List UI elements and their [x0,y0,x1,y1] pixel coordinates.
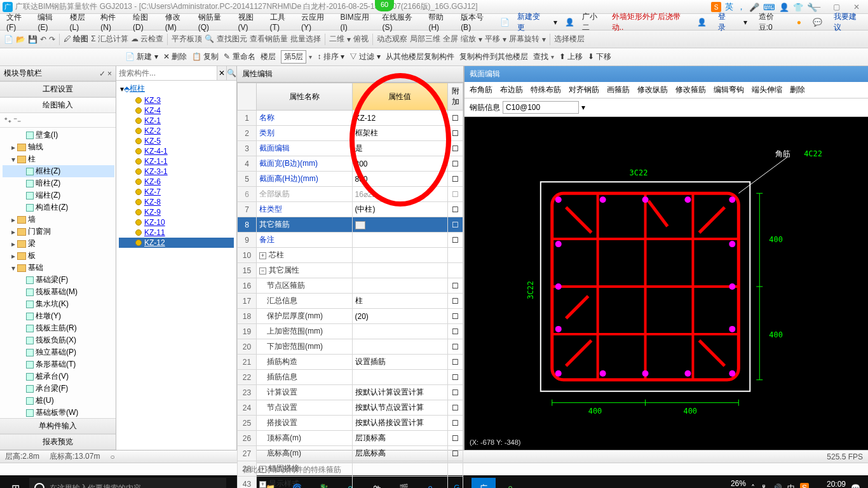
shirt-icon[interactable]: 👕 [793,3,803,12]
kz-item[interactable]: KZ-1 [119,116,234,126]
kz-item[interactable]: KZ-10 [119,217,234,227]
menu-edit[interactable]: 编辑(E) [34,12,65,32]
find-elem-btn[interactable]: 🔍 查找图元 [205,34,247,44]
section-tab[interactable]: 修改箍筋 [675,85,706,95]
login-link[interactable]: 登录 [714,11,736,33]
nav-node[interactable]: 筏板基础(M) [3,286,114,298]
find-btn[interactable]: 查找 [533,51,548,62]
prop-row[interactable]: 5截面高(H边)(mm)800☐ [238,172,463,187]
prop-row[interactable]: 7柱类型(中柱)☐ [238,202,463,217]
app-icon-2[interactable]: 广 [471,478,496,488]
tray-up-icon[interactable]: ˄ [751,484,755,488]
section-tab[interactable]: 画箍筋 [607,85,630,95]
section-tab[interactable]: 删除 [790,85,805,95]
taskbar-search[interactable]: 在这里输入你要搜索的内容 [29,478,226,488]
prop-row[interactable]: 9备注☐ [238,233,463,248]
nav-node[interactable]: 柱墩(Y) [3,310,114,322]
undo-icon[interactable]: ↶ [40,35,46,44]
new-change-link[interactable]: 新建变更 [513,11,550,33]
local3d-btn[interactable]: 局部三维 [410,34,440,44]
prop-row[interactable]: 16节点区箍筋☐ [238,278,463,294]
floor-select[interactable]: 第5层 [281,50,307,64]
kbd-icon[interactable]: ⌨ [763,3,775,12]
nav-node[interactable]: 框柱(Z) [3,165,114,177]
store-icon[interactable]: 🛍 [365,478,389,488]
prop-row[interactable]: 18保护层厚度(mm)(20)☐ [238,309,463,324]
align-top-btn[interactable]: 平齐板顶 [172,34,202,44]
nav-node[interactable]: 桩(U) [3,395,114,407]
kz-item[interactable]: KZ-2 [119,126,234,136]
nav-sect-report[interactable]: 报表预览 [0,434,116,450]
menu-tool[interactable]: 工具(T) [266,12,297,32]
nav-node[interactable]: 筏板主筋(R) [3,322,114,334]
section-tab[interactable]: 对齐钢筋 [569,85,599,95]
section-tab[interactable]: 编辑弯钩 [714,85,744,95]
prop-row[interactable]: 15−其它属性 [238,263,463,278]
search-clear-icon[interactable]: ✕ [217,66,226,80]
nav-node[interactable]: 桩承台(V) [3,370,114,383]
copy-comp-btn[interactable]: 📋 复制 [192,51,219,62]
prop-row[interactable]: 24节点设置按默认节点设置计算☐ [238,400,463,416]
nav-node[interactable]: ▸墙 [3,214,114,226]
ime-lang[interactable]: 英 [725,1,733,13]
tray-sogou-icon[interactable]: S [800,483,809,488]
section-tab[interactable]: 特殊布筋 [531,85,561,95]
new-comp-btn[interactable]: 📄 新建 ▾ [125,51,158,62]
nav-sect-proj[interactable]: 工程设置 [0,81,116,97]
prop-row[interactable]: 1名称KZ-12☐ [238,111,463,126]
top-view-btn[interactable]: 俯视 [353,34,369,44]
kz-item[interactable]: KZ-4-1 [119,146,234,156]
zoom-btn[interactable]: 缩放 [461,34,476,44]
kz-item[interactable]: KZ-7 [119,187,234,197]
nav-node[interactable]: ▸板 [3,250,114,262]
app2-icon[interactable]: 🐉 [311,478,336,488]
prop-row[interactable]: 8其它箍筋...☐ [238,217,463,233]
prop-row[interactable]: 10+芯柱 [238,248,463,263]
rotate-btn[interactable]: 屏幕旋转 [509,34,539,44]
prop-row[interactable]: 25搭接设置按默认搭接设置计算☐ [238,416,463,431]
menu-online[interactable]: 在线服务(S) [378,12,424,32]
nav-pin-icon[interactable]: ✓ × [99,69,112,78]
prop-row[interactable]: 20下加密范围(mm)☐ [238,339,463,355]
nav-node[interactable]: 承台梁(F) [3,383,114,395]
nav-node[interactable]: 构造柱(Z) [3,201,114,214]
kz-item[interactable]: KZ-9 [119,207,234,217]
tray-net-icon[interactable]: 🖧 [760,484,768,488]
kz-item[interactable]: KZ-6 [119,177,234,187]
taskview-icon[interactable]: ⧉ [231,478,255,488]
batch-sel-btn[interactable]: 批量选择 [290,34,321,44]
menu-rebar[interactable]: 钢筋量(Q) [194,12,234,32]
menu-ver[interactable]: 版本号(B) [457,12,496,32]
save-icon[interactable]: 💾 [28,35,37,44]
prop-row[interactable]: 19上加密范围(mm)☐ [238,324,463,339]
suggest-link[interactable]: 我要建议 [830,11,865,33]
section-tabs[interactable]: 布角筋布边筋特殊布筋对齐钢筋画箍筋修改纵筋修改箍筋编辑弯钩端头伸缩删除 [465,82,868,98]
nav-node[interactable]: ▸轴线 [3,141,114,153]
kz-item[interactable]: KZ-3-1 [119,166,234,177]
ime-toolbar[interactable]: S 英，🎤⌨👤👕🔧 [711,1,817,13]
prop-row[interactable]: 6全部纵筋16⌀22☐ [238,187,463,202]
prop-row[interactable]: 21插筋构造设置插筋☐ [238,355,463,370]
kz-item[interactable]: KZ-8 [119,197,234,207]
kz-root[interactable]: ▾ ⬘ 框柱 [119,82,234,95]
menu-cloud[interactable]: 云应用(Y) [297,12,337,32]
nav-sect-draw[interactable]: 绘图输入 [0,97,116,113]
cloud-check-btn[interactable]: ☁ 云检查 [131,34,163,44]
explorer-icon[interactable]: 📁 [258,478,282,488]
kz-item[interactable]: KZ-11 [119,227,234,238]
menu-modify[interactable]: 修改(M) [161,12,194,32]
prop-row[interactable]: 23计算设置按默认计算设置计算☐ [238,385,463,400]
redo-icon[interactable]: ↷ [49,35,55,44]
nav-node[interactable]: ▸梁 [3,238,114,250]
nav-node[interactable]: 筏板负筋(X) [3,334,114,346]
kz-list[interactable]: ▾ ⬘ 框柱KZ-3KZ-4KZ-1KZ-2KZ-5KZ-4-1KZ-1-1KZ… [116,81,236,450]
search-input[interactable] [116,66,217,80]
menu-bim[interactable]: BIM应用(I) [337,12,379,32]
search-go-icon[interactable]: 🔍 [226,66,236,80]
copy-to-btn[interactable]: 复制构件到其他楼层 [459,51,528,62]
film-icon[interactable]: 🎬 [391,478,416,488]
maximize-button[interactable]: ▢ [828,3,846,11]
nav-mini-icons[interactable]: ⁺₊ ⁻₋ [0,113,116,128]
nav-tree[interactable]: 壁龛(I)▸轴线▾柱框柱(Z)暗柱(Z)端柱(Z)构造柱(Z)▸墙▸门窗洞▸梁▸… [0,128,116,418]
user-name[interactable]: 广小二 [578,11,607,33]
